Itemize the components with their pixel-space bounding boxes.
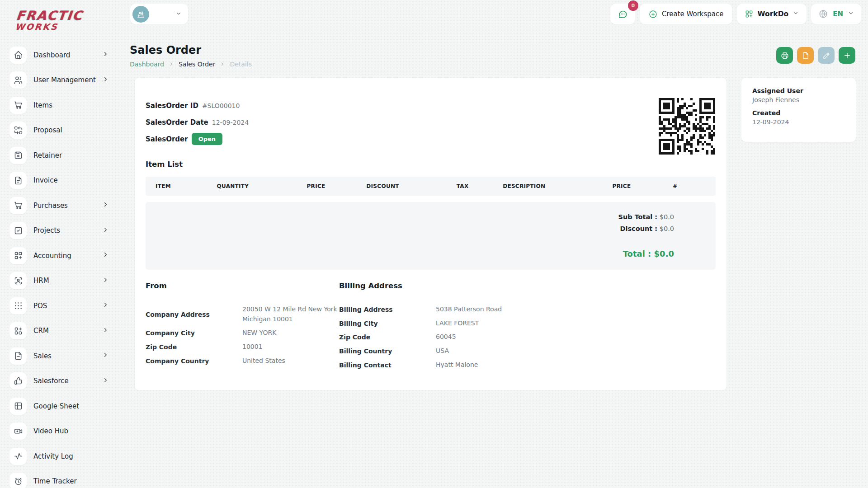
top-header: 0 Create Workspace WorkDo EN	[120, 0, 868, 28]
billing-row: Billing Country USA	[339, 346, 716, 356]
breadcrumb-separator-icon	[220, 61, 225, 67]
export-file-button[interactable]	[797, 47, 814, 64]
billing-section: Billing Address Billing Address 5038 Pat…	[339, 282, 716, 374]
discount-row: Discount : $0.0	[620, 225, 674, 232]
item-table-header: ITEM QUANTITY PRICE DISCOUNT TAX DESCRIP…	[146, 177, 716, 196]
sidebar-item-dashboard[interactable]: Dashboard	[0, 42, 120, 68]
sidebar-item-label: Video Hub	[33, 427, 109, 435]
language-label: EN	[833, 10, 843, 18]
order-id-row: SalesOrder ID #SLO00010	[146, 101, 716, 110]
sidebar-item-projects[interactable]: Projects	[0, 218, 120, 244]
field-label: Billing Address	[339, 306, 436, 313]
column-header-hash: #	[673, 183, 677, 189]
from-section: From Company Address 20050 W 12 Mile Rd …	[146, 282, 339, 374]
sidebar-item-accounting[interactable]: Accounting	[0, 243, 120, 268]
breadcrumb-sales-order[interactable]: Sales Order	[179, 61, 216, 68]
item-list-section: Item List ITEM QUANTITY PRICE DISCOUNT T…	[146, 160, 716, 270]
billing-row: Zip Code 60045	[339, 332, 716, 342]
sidebar-item-hrm[interactable]: HRM	[0, 268, 120, 294]
file-invoice-icon	[9, 172, 27, 189]
item-list-title: Item List	[146, 160, 716, 169]
brand-line2: WORKS	[14, 22, 119, 32]
sidebar-item-invoice[interactable]: Invoice	[0, 168, 120, 193]
field-value: 5038 Patterson Road	[436, 305, 502, 314]
from-row: Company City NEW YORK	[146, 328, 339, 338]
field-value: 10001	[242, 342, 263, 352]
chevron-right-icon	[102, 251, 109, 260]
chevron-down-icon	[848, 10, 854, 18]
edit-button[interactable]	[818, 47, 835, 64]
field-value: Hyatt Malone	[436, 360, 478, 370]
create-workspace-label: Create Workspace	[662, 10, 724, 18]
create-workspace-button[interactable]: Create Workspace	[640, 4, 732, 24]
sidebar-item-salesforce[interactable]: Salesforce	[0, 369, 120, 394]
file-icon	[802, 52, 810, 60]
field-value: NEW YORK	[242, 328, 276, 338]
column-header-discount: DISCOUNT	[366, 183, 399, 189]
sidebar-item-video-hub[interactable]: Video Hub	[0, 419, 120, 444]
add-button[interactable]	[839, 47, 855, 64]
total-value: $0.0	[654, 249, 674, 258]
created-value: 12-09-2024	[752, 118, 845, 126]
sidebar-item-label: Time Tracker	[33, 477, 109, 485]
from-row: Company Country United States	[146, 356, 339, 366]
sidebar-item-label: POS	[33, 302, 102, 310]
shopping-cart-icon	[9, 197, 27, 214]
sidebar-item-label: CRM	[33, 327, 102, 335]
breadcrumb-details: Details	[230, 61, 252, 68]
sidebar-item-crm[interactable]: CRM	[0, 319, 120, 344]
messages-button[interactable]: 0	[610, 4, 635, 24]
home-icon	[9, 47, 27, 64]
chevron-right-icon	[102, 301, 109, 310]
sidebar-item-purchases[interactable]: Purchases	[0, 193, 120, 218]
sidebar-item-activity-log[interactable]: Activity Log	[0, 444, 120, 469]
sidebar-item-label: Projects	[33, 226, 102, 235]
sidebar-item-label: Dashboard	[33, 51, 102, 59]
sidebar-item-label: Activity Log	[33, 452, 109, 460]
order-id-label: SalesOrder ID	[146, 102, 198, 110]
field-label: Billing City	[339, 320, 436, 327]
header-actions: 0 Create Workspace WorkDo EN	[610, 4, 861, 24]
order-info: SalesOrder ID #SLO00010 SalesOrder Date …	[146, 101, 716, 144]
sidebar-item-items[interactable]: Items	[0, 93, 120, 118]
users-icon	[9, 71, 27, 89]
order-date-row: SalesOrder Date 12-09-2024	[146, 117, 716, 127]
created-label: Created	[752, 109, 845, 117]
column-header-price2: PRICE	[612, 183, 631, 189]
sidebar-item-google-sheet[interactable]: Google Sheet	[0, 394, 120, 419]
workspace-switcher[interactable]	[130, 4, 188, 24]
sales-order-card: SalesOrder ID #SLO00010 SalesOrder Date …	[135, 78, 726, 390]
column-header-description: DESCRIPTION	[503, 183, 545, 189]
brand-logo[interactable]: FRACTIC WORKS	[0, 0, 122, 32]
field-label: Company Country	[146, 357, 242, 365]
language-selector[interactable]: EN	[811, 4, 861, 24]
chevron-right-icon	[102, 226, 109, 235]
sidebar-item-pos[interactable]: POS	[0, 293, 120, 319]
order-status-row: SalesOrder Open	[146, 134, 716, 144]
chevron-right-icon	[102, 51, 109, 59]
workdo-menu-button[interactable]: WorkDo	[737, 4, 807, 24]
chevron-down-icon	[793, 10, 799, 18]
print-button[interactable]	[776, 47, 793, 64]
sidebar-item-label: User Management	[33, 76, 102, 84]
sidebar-item-sales[interactable]: Sales	[0, 343, 120, 369]
sidebar-item-proposal[interactable]: Proposal	[0, 118, 120, 143]
chevron-right-icon	[102, 352, 109, 360]
transform-icon	[9, 122, 27, 139]
billing-row: Billing Contact Hyatt Malone	[339, 360, 716, 370]
subtotal-label: Sub Total :	[618, 213, 657, 221]
sidebar-item-retainer[interactable]: Retainer	[0, 143, 120, 168]
discount-label: Discount :	[620, 225, 657, 232]
layout-grid-add-icon	[745, 9, 754, 19]
breadcrumb-dashboard[interactable]: Dashboard	[130, 61, 164, 68]
breadcrumb: Dashboard Sales Order Details	[130, 61, 252, 68]
sidebar-item-time-tracker[interactable]: Time Tracker	[0, 469, 120, 488]
plus-icon	[843, 52, 851, 60]
column-header-tax: TAX	[457, 183, 469, 189]
activity-icon	[9, 448, 27, 465]
sidebar-item-label: Invoice	[33, 176, 109, 184]
sidebar-item-user-management[interactable]: User Management	[0, 68, 120, 93]
field-label: Zip Code	[146, 343, 242, 351]
order-date-value: 12-09-2024	[212, 119, 249, 126]
field-value: USA	[436, 346, 449, 356]
